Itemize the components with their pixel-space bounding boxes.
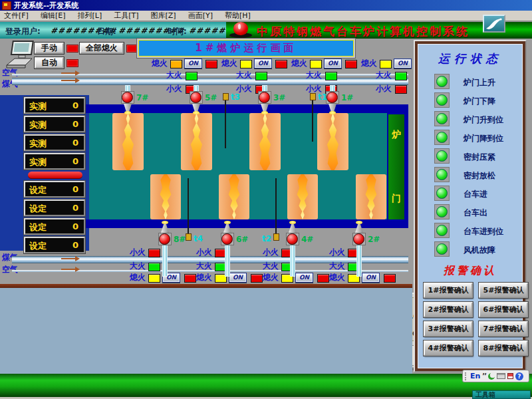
status-lamp-light xyxy=(436,225,448,236)
status-lamp-light xyxy=(436,206,448,217)
menu-item[interactable]: 画面[Y] xyxy=(188,11,213,21)
on-button[interactable]: ON xyxy=(254,59,272,68)
date-label: 日期: xyxy=(97,26,116,37)
alarm-ack-button[interactable]: 2#报警确认 xyxy=(424,302,473,317)
keyboard-icon[interactable] xyxy=(497,373,505,379)
alarm-ack-button[interactable]: 6#报警确认 xyxy=(479,302,528,317)
flame-top xyxy=(249,113,281,170)
alarm-ack-button[interactable]: 4#报警确认 xyxy=(424,340,473,356)
small-fire-indicator xyxy=(395,85,407,94)
menu-item[interactable]: 图库[Z] xyxy=(151,11,176,21)
big-fire-indicator xyxy=(148,263,160,271)
gauge-zone xyxy=(0,288,412,374)
big-fire-label: 大火 xyxy=(236,71,252,80)
burner-flame-tip xyxy=(124,111,131,114)
burner-lamp xyxy=(122,92,133,103)
ime-grip[interactable] xyxy=(465,372,468,380)
screen-title: 1#燃炉运行画面 xyxy=(138,40,354,57)
ime-toolbar[interactable]: En ’’ ? xyxy=(462,370,529,382)
login-section: 登录用户: ######### 日期: ######### 时间: ######… xyxy=(0,22,226,39)
on-button[interactable]: ON xyxy=(394,59,412,68)
auto-button[interactable]: 自动 xyxy=(35,57,64,68)
on-button[interactable]: ON xyxy=(184,59,202,68)
thermocouple-label: t4 xyxy=(194,234,203,243)
nav-bar: 1#燃炉仪表数据配方参数温控曲线报警消息生产报表2#燃炉系统说明退出 xyxy=(0,374,532,397)
flameout-label: 熄火 xyxy=(329,273,345,282)
status-lamp-light xyxy=(436,243,448,255)
ime-punctuation-button[interactable]: ’’ xyxy=(482,372,486,380)
all-flameout-button[interactable]: 全部熄火 xyxy=(80,43,124,54)
on-button[interactable]: ON xyxy=(295,273,313,283)
menu-item[interactable]: 帮助[H] xyxy=(225,11,251,21)
flame-bottom xyxy=(219,174,249,219)
on-button[interactable]: ON xyxy=(362,273,380,283)
on-button[interactable]: ON xyxy=(229,273,247,283)
setpoint-readout[interactable]: 设定0 xyxy=(24,200,85,216)
thermocouple-label: t3 xyxy=(231,92,240,102)
burner-feed-pipe xyxy=(162,245,168,277)
burner-id-label: 6# xyxy=(236,235,248,244)
ime-fullhalf-icon[interactable] xyxy=(488,373,495,380)
status-label: 台车进 xyxy=(464,189,487,200)
setpoint-readout[interactable]: 设定0 xyxy=(24,181,85,198)
small-fire-label: 小火 xyxy=(166,84,182,93)
menu-item[interactable]: 排列[L] xyxy=(77,11,102,21)
status-lamp-light xyxy=(436,169,448,180)
flame-bottom xyxy=(287,174,318,219)
ime-language-button[interactable]: En xyxy=(470,372,480,380)
computer-icon xyxy=(5,40,37,69)
toolbox-window[interactable]: 工具箱 xyxy=(472,390,531,399)
window-title: 开发系统--开发系统 xyxy=(14,1,78,11)
status-label: 台车出 xyxy=(464,207,487,219)
flameout-indicator xyxy=(380,60,392,68)
menu-item[interactable]: 工具[T] xyxy=(114,11,138,21)
burner-id-label: 7# xyxy=(136,93,148,102)
measured-value: 0 xyxy=(72,138,78,148)
status-lamp xyxy=(434,241,450,257)
alarm-indicator xyxy=(384,274,396,283)
ime-softkbd-icon[interactable] xyxy=(507,373,513,379)
menu-item[interactable]: 编辑[E] xyxy=(41,11,66,21)
alarm-ack-button[interactable]: 1#报警确认 xyxy=(424,283,473,298)
alarm-ack-button[interactable]: 8#报警确认 xyxy=(479,340,528,356)
thermocouple-head xyxy=(186,233,192,241)
big-fire-label: 大火 xyxy=(196,262,212,271)
setpoint-readout[interactable]: 设定0 xyxy=(24,218,85,235)
setpoint-label: 设定 xyxy=(29,240,47,252)
manual-button[interactable]: 手动 xyxy=(35,43,64,54)
measured-value: 0 xyxy=(72,100,78,110)
burner-id-label: 4# xyxy=(301,235,313,244)
air-flow-arrow-top xyxy=(61,72,76,74)
alarm-ack-button[interactable]: 7#报警确认 xyxy=(479,321,528,336)
status-panel-title: 运行状态 xyxy=(418,51,522,66)
measured-label: 实测 xyxy=(29,156,47,168)
burner-id-label: 1# xyxy=(341,93,353,102)
flame-glow xyxy=(223,174,246,219)
small-fire-label: 小火 xyxy=(263,248,279,257)
flameout-indicator xyxy=(170,60,182,68)
status-lamp xyxy=(434,130,450,145)
big-fire-label: 大火 xyxy=(329,262,345,271)
alarm-ack-button[interactable]: 3#报警确认 xyxy=(424,321,473,336)
flameout-label: 熄火 xyxy=(221,59,237,68)
flameout-label: 熄火 xyxy=(361,59,377,68)
measured-readout: 实测0 xyxy=(24,153,85,170)
flame-bottom xyxy=(356,174,386,219)
furnace-door: 炉 门 xyxy=(388,114,404,219)
help-icon[interactable]: ? xyxy=(515,372,523,380)
measured-value: 0 xyxy=(72,119,78,129)
gas-flow-arrow-top xyxy=(61,80,76,81)
alarm-ack-button[interactable]: 5#报警确认 xyxy=(479,283,528,298)
setpoint-readout[interactable]: 设定0 xyxy=(24,237,85,253)
menu-item[interactable]: 文件[F] xyxy=(4,11,29,21)
alarm-indicator xyxy=(205,60,217,68)
on-button[interactable]: ON xyxy=(324,59,342,68)
big-fire-label: 大火 xyxy=(263,262,279,271)
status-label: 炉门上升 xyxy=(464,77,495,88)
flame-glow xyxy=(291,174,315,219)
big-fire-indicator xyxy=(325,72,337,80)
measured-readout: 实测0 xyxy=(24,97,85,114)
status-label: 风机故障 xyxy=(464,245,495,256)
burner-flame-tip xyxy=(329,111,336,114)
flame-glow xyxy=(253,113,277,170)
